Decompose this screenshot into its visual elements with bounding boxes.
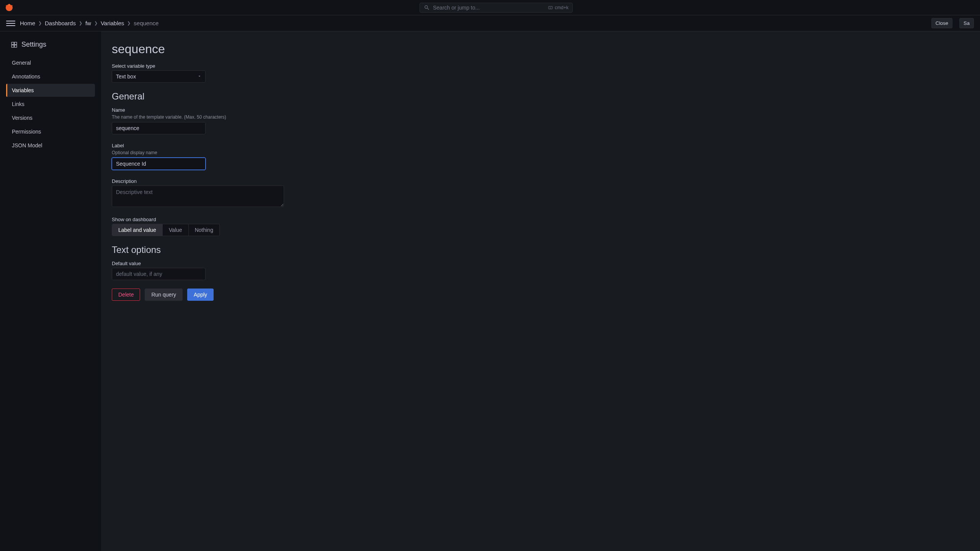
- breadcrumb-variables[interactable]: Variables: [101, 20, 124, 26]
- svg-rect-7: [15, 42, 17, 44]
- name-label: Name: [112, 107, 969, 113]
- sidebar-item-general[interactable]: General: [6, 56, 95, 69]
- svg-point-1: [549, 7, 550, 7]
- svg-rect-8: [11, 45, 14, 47]
- variable-type-label: Select variable type: [112, 63, 969, 69]
- search-placeholder: Search or jump to...: [433, 5, 545, 11]
- menu-toggle[interactable]: [6, 19, 15, 28]
- close-button[interactable]: Close: [931, 18, 952, 28]
- chevron-right-icon: ❯: [79, 21, 82, 26]
- name-hint: The name of the template variable. (Max.…: [112, 114, 969, 120]
- label-label: Label: [112, 143, 969, 148]
- grafana-logo-icon: [5, 3, 14, 12]
- page-title: sequence: [112, 42, 969, 56]
- default-value-input[interactable]: [112, 268, 206, 280]
- sidebar-item-versions[interactable]: Versions: [6, 111, 95, 124]
- delete-button[interactable]: Delete: [112, 289, 140, 301]
- show-on-dashboard-label: Show on dashboard: [112, 217, 969, 222]
- svg-point-4: [551, 7, 552, 7]
- svg-point-2: [550, 7, 550, 7]
- show-option-value[interactable]: Value: [163, 224, 189, 236]
- sidebar-item-links[interactable]: Links: [6, 98, 95, 111]
- chevron-right-icon: ❯: [94, 21, 98, 26]
- sidebar-item-json-model[interactable]: JSON Model: [6, 139, 95, 152]
- sidebar-item-permissions[interactable]: Permissions: [6, 125, 95, 138]
- description-textarea[interactable]: [112, 186, 284, 207]
- svg-rect-9: [15, 45, 17, 47]
- main-content: sequence Select variable type Text box G…: [101, 31, 980, 551]
- run-query-button[interactable]: Run query: [145, 289, 183, 301]
- apply-button[interactable]: Apply: [187, 289, 214, 301]
- default-value-label: Default value: [112, 261, 969, 266]
- save-button[interactable]: Sa: [959, 18, 974, 28]
- breadcrumb-bar: Home ❯ Dashboards ❯ fw ❯ Variables ❯ seq…: [0, 15, 980, 31]
- label-hint: Optional display name: [112, 150, 969, 155]
- breadcrumb-current: sequence: [134, 20, 158, 26]
- breadcrumb-home[interactable]: Home: [20, 20, 35, 26]
- settings-sidebar: Settings General Annotations Variables L…: [0, 31, 101, 551]
- show-option-label-and-value[interactable]: Label and value: [112, 224, 163, 236]
- variable-type-select[interactable]: Text box: [112, 70, 206, 83]
- sidebar-item-annotations[interactable]: Annotations: [6, 70, 95, 83]
- search-kbd-hint: cmd+k: [548, 5, 568, 10]
- search-input[interactable]: Search or jump to... cmd+k: [420, 3, 573, 13]
- description-label: Description: [112, 178, 969, 184]
- sidebar-item-variables[interactable]: Variables: [6, 84, 95, 97]
- svg-rect-5: [550, 8, 552, 8]
- logo[interactable]: [5, 3, 14, 12]
- show-option-nothing[interactable]: Nothing: [189, 224, 219, 236]
- keyboard-icon: [548, 5, 553, 10]
- name-input[interactable]: [112, 122, 206, 134]
- sidebar-title: Settings: [6, 41, 95, 49]
- dashboard-icon: [11, 41, 18, 48]
- show-on-dashboard-group: Label and value Value Nothing: [112, 224, 220, 236]
- topbar: Search or jump to... cmd+k: [0, 0, 980, 15]
- search-icon: [424, 5, 430, 11]
- breadcrumb-dashboards[interactable]: Dashboards: [45, 20, 76, 26]
- text-options-heading: Text options: [112, 245, 969, 255]
- svg-rect-6: [11, 42, 14, 44]
- chevron-right-icon: ❯: [127, 21, 131, 26]
- svg-rect-0: [549, 6, 553, 9]
- label-input[interactable]: [112, 158, 206, 170]
- general-heading: General: [112, 91, 969, 102]
- breadcrumbs: Home ❯ Dashboards ❯ fw ❯ Variables ❯ seq…: [20, 20, 927, 26]
- breadcrumb-fw[interactable]: fw: [85, 20, 91, 26]
- chevron-right-icon: ❯: [38, 21, 42, 26]
- svg-point-3: [550, 7, 551, 7]
